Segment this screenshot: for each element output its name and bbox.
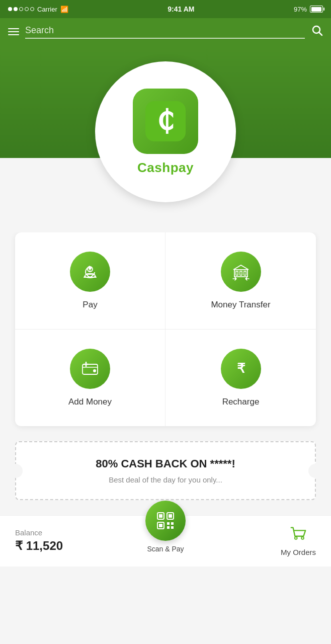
promo-section: 80% CASH BACK ON *****! Best deal of the… [0,436,331,510]
battery-icon [310,6,323,13]
orders-label: My Orders [281,548,316,556]
svg-rect-20 [167,522,170,525]
carrier-label: Carrier [37,6,57,13]
pay-icon-circle: $ [70,252,110,292]
money-transfer-icon-circle [221,252,261,292]
money-transfer-label: Money Transfer [211,300,270,310]
pay-action[interactable]: $ Pay [15,232,166,330]
svg-text:₵: ₵ [157,105,174,135]
app-logo-icon: ₵ [133,89,198,154]
svg-rect-21 [171,522,174,525]
svg-rect-10 [244,271,246,275]
svg-rect-9 [240,271,242,275]
search-bar [0,18,331,46]
my-orders-button[interactable]: My Orders [281,525,316,556]
svg-text:$: $ [89,268,91,272]
balance-section: Balance ₹ 11,520 [15,528,63,553]
svg-rect-11 [82,364,98,374]
recharge-label: Recharge [222,397,260,407]
svg-rect-15 [159,514,162,518]
svg-point-24 [295,537,297,539]
action-grid-section: $ Pay [0,232,331,436]
balance-label: Balance [15,528,63,537]
add-money-icon-circle [70,349,110,389]
svg-line-1 [319,33,322,36]
scan-icon-circle [145,501,186,541]
status-bar: Carrier 📶 9:41 AM 97% [0,0,331,18]
status-left: Carrier 📶 [8,6,68,13]
svg-rect-17 [169,514,172,518]
svg-point-12 [93,369,96,372]
svg-point-25 [301,537,304,539]
bottom-bar: Balance ₹ 11,520 Scan & Pay [0,515,331,567]
time-label: 9:41 AM [168,5,194,13]
hamburger-menu-icon[interactable] [8,28,19,35]
pay-label: Pay [82,300,97,310]
promo-title: 80% CASH BACK ON *****! [26,457,305,470]
scan-pay-button[interactable]: Scan & Pay [145,501,186,553]
svg-rect-8 [236,271,238,275]
wifi-icon: 📶 [60,6,68,13]
search-input[interactable] [25,25,305,36]
search-input-wrapper[interactable] [25,25,305,39]
hero-section: ₵ Cashpay [0,46,331,232]
recharge-action[interactable]: ₹ Recharge [166,330,316,426]
svg-text:₹: ₹ [236,361,245,376]
promo-banner[interactable]: 80% CASH BACK ON *****! Best deal of the… [15,441,316,500]
money-transfer-action[interactable]: Money Transfer [166,232,316,330]
svg-rect-23 [171,526,174,529]
orders-icon [289,525,307,545]
action-grid: $ Pay [15,232,316,426]
battery-percent: 97% [294,6,307,13]
add-money-action[interactable]: Add Money [15,330,166,426]
balance-amount: ₹ 11,520 [15,539,63,553]
signal-icon [8,7,34,11]
svg-rect-7 [234,270,247,277]
logo-circle: ₵ Cashpay [95,61,236,202]
add-money-label: Add Money [68,397,112,407]
promo-subtitle: Best deal of the day for you only... [26,475,305,484]
recharge-icon-circle: ₹ [221,349,261,389]
status-right: 97% [294,6,323,13]
app-name-label: Cashpay [137,160,194,176]
search-icon[interactable] [311,24,323,39]
scan-pay-label: Scan & Pay [147,545,184,553]
svg-rect-22 [167,526,170,529]
svg-rect-19 [159,524,162,527]
